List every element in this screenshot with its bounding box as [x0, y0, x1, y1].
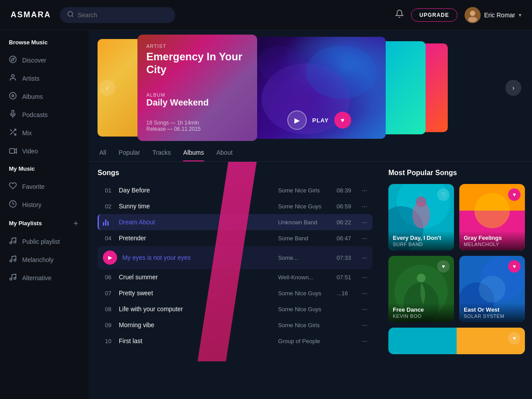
- popular-card-free-dance[interactable]: ♥ Free Dance KEVIN BOO: [388, 256, 454, 322]
- carousel-card-teal[interactable]: [381, 41, 426, 134]
- song-title: Morning vibe: [119, 321, 273, 329]
- popular-card-info: East Or West SOLAR SYSTEM: [459, 303, 525, 322]
- popular-heart-button-east-or-west[interactable]: ♥: [508, 260, 520, 273]
- song-row-6[interactable]: 06 Cruel summer Well-Known... 07:51 ···: [98, 269, 372, 285]
- hero-heart-button[interactable]: ♥: [334, 112, 351, 129]
- svg-point-4: [10, 56, 16, 63]
- play-button[interactable]: ▶: [287, 110, 307, 130]
- carousel-card-main[interactable]: ARTIST Emergency In Your City ALBUM Dail…: [137, 35, 257, 141]
- sidebar-item-favorite[interactable]: Favorite: [0, 177, 89, 196]
- song-more-button[interactable]: ···: [362, 187, 367, 194]
- card-artist: MELANCHOLY: [464, 242, 520, 247]
- carousel-inner: ARTIST Emergency In Your City ALBUM Dail…: [89, 35, 532, 140]
- tab-tracks[interactable]: Tracks: [153, 149, 171, 161]
- song-duration: 07:33: [336, 254, 356, 261]
- song-row-1[interactable]: 01 Day Before Some Nice Girls 08:39 ···: [98, 182, 372, 198]
- sidebar: Browse Music Discover Artists: [0, 30, 89, 399]
- song-artist: Some Nice Guys: [278, 290, 331, 297]
- popular-card-everyday[interactable]: ♡ Every Day, I Don't SURF BAND: [388, 184, 454, 250]
- notification-button[interactable]: [395, 9, 404, 20]
- song-more-button[interactable]: ···: [362, 203, 367, 210]
- popular-section: Most Popular Songs ♡: [381, 162, 532, 361]
- svg-point-18: [10, 260, 12, 262]
- mic-icon: [9, 110, 17, 119]
- sidebar-item-history[interactable]: History: [0, 196, 89, 214]
- popular-card-bottom[interactable]: ♥: [388, 328, 525, 354]
- add-playlist-button[interactable]: ＋: [72, 219, 80, 227]
- popular-card-east-or-west[interactable]: ♥ East Or West SOLAR SYSTEM: [459, 256, 525, 322]
- top-bar-right: UPGRADE Eric Romar ▾: [395, 7, 521, 23]
- tab-albums[interactable]: Albums: [183, 149, 204, 161]
- song-more-button[interactable]: ···: [362, 321, 367, 329]
- tab-all[interactable]: All: [99, 149, 106, 161]
- carousel-next-button[interactable]: ›: [505, 80, 521, 96]
- song-more-button[interactable]: ···: [362, 289, 367, 297]
- sidebar-item-mix[interactable]: Mix: [0, 124, 89, 142]
- song-row-10[interactable]: 10 First last Group of People ···: [98, 333, 372, 349]
- sidebar-item-video[interactable]: Video: [0, 142, 89, 160]
- song-row-9[interactable]: 09 Morning vibe Some Nice Girls ···: [98, 317, 372, 333]
- song-duration: 06:59: [336, 203, 356, 210]
- song-title: First last: [119, 337, 273, 344]
- popular-card-gray-feelings[interactable]: ♥ Gray Feelings MELANCHOLY: [459, 184, 525, 250]
- public-playlist-label: Public playlist: [22, 238, 60, 245]
- song-num: 01: [103, 187, 113, 194]
- user-area[interactable]: Eric Romar ▾: [465, 7, 521, 23]
- svg-point-23: [306, 46, 377, 99]
- song-row-7[interactable]: 07 Pretty sweet Some Nice Guys ...16 ···: [98, 285, 372, 301]
- song-artist: Group of People: [278, 338, 331, 344]
- song-more-button[interactable]: ···: [362, 254, 367, 261]
- popular-heart-button-everyday[interactable]: ♡: [437, 188, 450, 201]
- song-more-button[interactable]: ···: [362, 337, 367, 344]
- song-duration: 08:39: [336, 187, 356, 194]
- popular-heart-button-gray[interactable]: ♥: [508, 188, 520, 201]
- song-row-2[interactable]: 02 Sunny time Some Nice Guys 06:59 ···: [98, 198, 372, 214]
- song-title-playing: Dream About: [119, 219, 273, 226]
- songs-title: Songs: [98, 169, 372, 177]
- tabs-row: All Popular Tracks Albums About: [89, 145, 532, 162]
- song-more-button[interactable]: ···: [362, 219, 367, 226]
- compass-icon: [9, 55, 17, 65]
- song-more-button[interactable]: ···: [362, 235, 367, 242]
- carousel-card-blue[interactable]: ▶ PLAY ♥: [253, 37, 386, 139]
- user-name: Eric Romar: [484, 12, 515, 19]
- mix-label: Mix: [22, 129, 32, 137]
- favorite-label: Favorite: [22, 183, 45, 190]
- song-row-3[interactable]: Dream About Unknown Band 06:22 ···: [98, 214, 372, 230]
- playlists-header: My Playlists ＋: [0, 219, 89, 232]
- svg-line-12: [10, 129, 12, 131]
- song-row-5[interactable]: ▶ My eyes is not your eyes Some... 07:33…: [98, 246, 372, 269]
- search-container: [60, 7, 175, 23]
- svg-point-0: [68, 12, 73, 16]
- sidebar-item-public-playlist[interactable]: Public playlist: [0, 232, 89, 250]
- song-row-8[interactable]: 08 Life with your computer Some Nice Guy…: [98, 301, 372, 317]
- sidebar-item-podcasts[interactable]: Podcasts: [0, 106, 89, 124]
- sidebar-item-alternative[interactable]: Alternative: [0, 269, 89, 287]
- search-input[interactable]: [78, 12, 168, 19]
- song-more-button[interactable]: ···: [362, 305, 367, 313]
- sidebar-item-melancholy[interactable]: Melancholy: [0, 250, 89, 269]
- app-logo: ASMARA: [11, 10, 51, 20]
- song-duration: 06:22: [336, 219, 356, 226]
- carousel-prev-button[interactable]: ‹: [99, 80, 115, 96]
- tab-about[interactable]: About: [216, 149, 233, 161]
- song-row-4[interactable]: 04 Pretender Some Band 06:47 ···: [98, 230, 372, 246]
- svg-point-24: [257, 46, 301, 81]
- song-artist: Some Nice Guys: [278, 306, 331, 313]
- song-more-button[interactable]: ···: [362, 274, 367, 281]
- now-playing-button[interactable]: ▶: [103, 250, 117, 265]
- song-title: Pretender: [119, 235, 273, 242]
- sidebar-item-albums[interactable]: Albums: [0, 87, 89, 106]
- user-chevron-icon: ▾: [519, 12, 521, 18]
- svg-point-29: [416, 196, 426, 207]
- sidebar-item-discover[interactable]: Discover: [0, 51, 89, 69]
- popular-heart-button-free-dance[interactable]: ♥: [437, 260, 450, 273]
- hero-album-name: Daily Weekend: [146, 98, 248, 108]
- song-num: 09: [103, 322, 113, 329]
- popular-heart-button-bottom[interactable]: ♥: [508, 332, 520, 344]
- card-artist: KEVIN BOO: [393, 313, 450, 319]
- popular-card-info: Gray Feelings MELANCHOLY: [459, 231, 525, 250]
- upgrade-button[interactable]: UPGRADE: [411, 8, 458, 22]
- tab-popular[interactable]: Popular: [119, 149, 140, 161]
- sidebar-item-artists[interactable]: Artists: [0, 69, 89, 87]
